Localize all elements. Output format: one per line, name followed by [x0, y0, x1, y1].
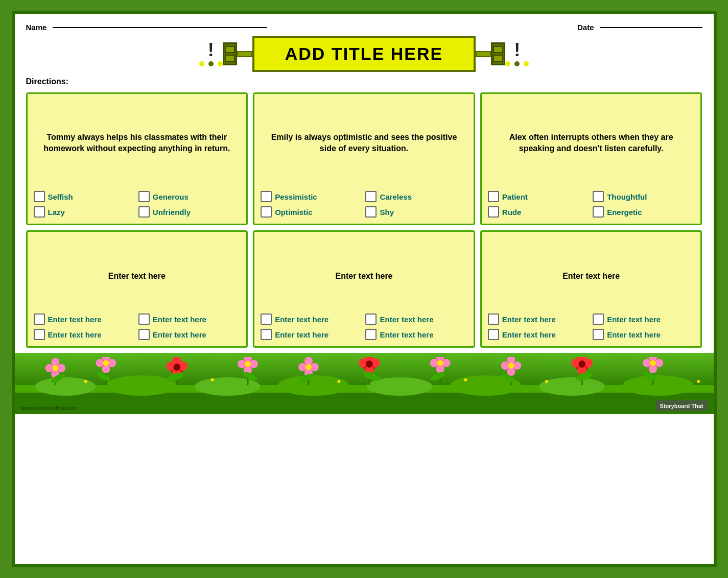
blank-3-checkbox-1[interactable] [488, 314, 499, 325]
card-tommy-story: Tommy always helps his classmates with t… [34, 101, 241, 185]
banner-title[interactable]: ADD TITLE HERE [285, 44, 443, 64]
dot-right-3 [524, 61, 529, 66]
svg-point-20 [108, 359, 116, 367]
option-patient: Patient [488, 191, 590, 202]
date-underline [600, 27, 702, 28]
option-optimistic: Optimistic [261, 206, 362, 218]
dot-left-1 [199, 61, 204, 66]
svg-point-2 [35, 377, 96, 396]
blank-card-1-story[interactable]: Enter text here [34, 239, 241, 314]
page: Name Date ! [12, 11, 717, 567]
blank-3-option-3: Enter text here [488, 329, 590, 340]
svg-point-33 [238, 360, 246, 368]
option-thoughtful-label: Thoughtful [607, 192, 647, 201]
svg-point-61 [501, 362, 509, 370]
blank-3-label-2[interactable]: Enter text here [607, 315, 661, 324]
blank-2-label-4[interactable]: Enter text here [380, 330, 433, 339]
svg-point-51 [365, 360, 372, 368]
checkbox-selfish[interactable] [34, 191, 45, 202]
banner-deco: ! ADD TITLE HERE [198, 36, 530, 72]
option-selfish-label: Selfish [48, 192, 73, 201]
exclamation-right: ! [514, 41, 520, 59]
svg-point-78 [649, 365, 657, 373]
blank-1-checkbox-2[interactable] [138, 314, 150, 325]
checkbox-patient[interactable] [488, 191, 499, 202]
blank-1-checkbox-4[interactable] [138, 329, 150, 340]
checkbox-optimistic[interactable] [261, 206, 272, 218]
blank-3-checkbox-2[interactable] [593, 314, 604, 325]
svg-point-62 [513, 362, 521, 370]
blank-card-1-options: Enter text here Enter text here Enter te… [34, 314, 241, 340]
svg-point-5 [278, 375, 349, 396]
blank-card-3: Enter text here Enter text here Enter te… [480, 230, 702, 348]
blank-2-checkbox-4[interactable] [365, 329, 377, 340]
blank-2-option-3: Enter text here [261, 329, 362, 340]
blank-2-option-1: Enter text here [261, 314, 362, 325]
svg-point-75 [643, 359, 651, 367]
checkbox-generous[interactable] [138, 191, 150, 202]
card-alex-story: Alex often interrupts others when they a… [488, 101, 695, 185]
blank-2-label-3[interactable]: Enter text here [275, 330, 328, 339]
checkbox-thoughtful[interactable] [593, 191, 604, 202]
svg-point-34 [249, 360, 257, 368]
blank-2-checkbox-2[interactable] [365, 314, 377, 325]
option-optimistic-label: Optimistic [275, 208, 312, 216]
blank-3-label-4[interactable]: Enter text here [607, 330, 661, 339]
blank-2-checkbox-3[interactable] [261, 329, 272, 340]
blank-3-label-1[interactable]: Enter text here [502, 315, 556, 324]
svg-point-3 [106, 375, 177, 396]
svg-point-64 [507, 368, 515, 376]
blank-1-label-4[interactable]: Enter text here [153, 330, 206, 339]
blank-3-option-1: Enter text here [488, 314, 590, 325]
checkbox-lazy[interactable] [34, 206, 45, 218]
svg-point-90 [84, 380, 87, 383]
checkbox-shy[interactable] [365, 206, 377, 218]
svg-point-76 [655, 359, 663, 367]
svg-point-22 [102, 365, 110, 373]
svg-point-37 [245, 361, 251, 367]
option-unfriendly-label: Unfriendly [153, 208, 191, 216]
blank-2-option-4: Enter text here [365, 329, 467, 340]
name-field: Name [26, 23, 268, 32]
svg-point-58 [437, 360, 443, 366]
blank-1-option-4: Enter text here [138, 329, 240, 340]
blank-1-checkbox-1[interactable] [34, 314, 45, 325]
blank-1-label-2[interactable]: Enter text here [153, 315, 206, 324]
blank-1-checkbox-3[interactable] [34, 329, 45, 340]
blank-1-label-1[interactable]: Enter text here [48, 315, 102, 324]
blank-1-label-3[interactable]: Enter text here [48, 330, 102, 339]
option-pessimistic: Pessimistic [261, 191, 362, 202]
checkbox-energetic[interactable] [593, 206, 604, 218]
checkbox-rude[interactable] [488, 206, 499, 218]
checkbox-careless[interactable] [365, 191, 377, 202]
checkbox-pessimistic[interactable] [261, 191, 272, 202]
blank-2-checkbox-1[interactable] [261, 314, 272, 325]
dot-right-2 [514, 61, 520, 66]
top-cards-grid: Tommy always helps his classmates with t… [26, 92, 702, 225]
filmstrip-left [223, 42, 237, 65]
svg-point-30 [173, 364, 180, 371]
blank-3-label-3[interactable]: Enter text here [502, 330, 556, 339]
dot-left-3 [218, 61, 223, 66]
banner-bar-right [476, 51, 491, 57]
svg-point-94 [545, 380, 548, 383]
blank-card-3-story[interactable]: Enter text here [488, 239, 695, 314]
blank-3-checkbox-3[interactable] [488, 329, 499, 340]
option-generous-label: Generous [153, 192, 189, 201]
svg-point-65 [508, 363, 514, 369]
option-pessimistic-label: Pessimistic [275, 192, 317, 201]
blank-card-2: Enter text here Enter text here Enter te… [253, 230, 475, 348]
blank-2-label-1[interactable]: Enter text here [275, 315, 328, 324]
blank-card-2-story[interactable]: Enter text here [261, 239, 467, 314]
date-label: Date [577, 23, 594, 32]
option-rude-label: Rude [502, 208, 522, 216]
blank-1-option-2: Enter text here [138, 314, 240, 325]
card-emily: Emily is always optimistic and sees the … [253, 92, 475, 225]
svg-point-42 [304, 357, 313, 365]
blank-2-label-2[interactable]: Enter text here [380, 315, 433, 324]
blank-card-2-options: Enter text here Enter text here Enter te… [261, 314, 467, 340]
blank-3-checkbox-4[interactable] [593, 329, 604, 340]
svg-point-19 [96, 359, 104, 367]
option-careless: Careless [365, 191, 467, 202]
checkbox-unfriendly[interactable] [138, 206, 150, 218]
